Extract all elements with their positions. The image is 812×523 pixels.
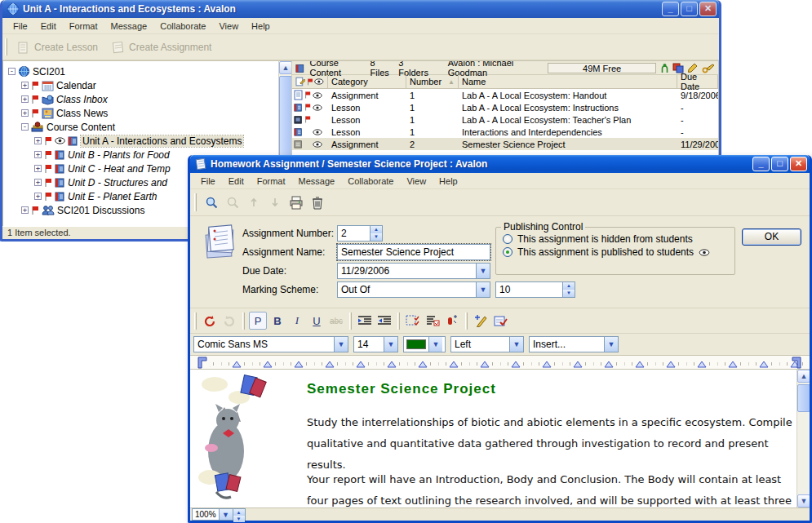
menu-edit[interactable]: Edit xyxy=(223,175,250,188)
chevron-down-icon[interactable]: ▼ xyxy=(509,337,523,352)
chevron-down-icon[interactable]: ▼ xyxy=(604,337,618,352)
tree-item-class-news[interactable]: + Class News xyxy=(5,106,291,120)
indent-icon[interactable] xyxy=(356,312,374,330)
create-assignment-button[interactable]: Create Assignment xyxy=(104,37,218,58)
table-row[interactable]: Lesson 1 Lab A - A Local Ecosystem: Teac… xyxy=(292,113,718,126)
minimize-button[interactable]: _ xyxy=(662,2,679,16)
maximize-button[interactable]: □ xyxy=(681,2,698,16)
table-row[interactable]: Lesson 1 Lab A - A Local Ecosystem: Inst… xyxy=(292,101,718,113)
table-row-selected[interactable]: Assignment 2 Semester Science Project 11… xyxy=(292,138,718,150)
underline-button[interactable]: U xyxy=(308,312,326,330)
scroll-up-icon[interactable]: ▲ xyxy=(279,61,292,74)
column-category[interactable]: Category xyxy=(328,75,406,88)
scroll-thumb[interactable] xyxy=(797,384,810,412)
bold-button[interactable]: B xyxy=(268,312,286,330)
rich-text-editor[interactable]: Semester Science Project Study the inter… xyxy=(190,370,810,507)
close-button[interactable]: ✕ xyxy=(790,157,807,171)
chevron-down-icon[interactable]: ▼ xyxy=(476,264,490,278)
tree-item-unit-a[interactable]: + Unit A - Interactions and Ecosystems xyxy=(5,134,291,148)
edit-column-icon[interactable] xyxy=(295,77,305,86)
font-family-select[interactable]: Comic Sans MS ▼ xyxy=(193,336,348,352)
close-button[interactable]: ✕ xyxy=(699,2,717,16)
expand-icon[interactable]: + xyxy=(34,151,42,158)
ruler[interactable] xyxy=(190,356,810,370)
expand-icon[interactable]: + xyxy=(34,179,42,186)
delete-icon[interactable] xyxy=(308,193,326,211)
assignment-title-bar[interactable]: Homework Assignment / Semester Science P… xyxy=(190,155,810,173)
font-color-select[interactable]: ▼ xyxy=(403,336,446,352)
column-due-date[interactable]: Due Date xyxy=(677,75,718,88)
menu-format[interactable]: Format xyxy=(64,20,104,33)
marking-scheme-select[interactable]: Out Of ▼ xyxy=(337,281,490,298)
menu-help[interactable]: Help xyxy=(433,175,464,188)
toolbar-grip[interactable] xyxy=(5,38,7,56)
expand-icon[interactable]: + xyxy=(34,137,42,144)
menu-file[interactable]: File xyxy=(7,20,33,33)
paragraph-style-button[interactable]: P xyxy=(249,312,267,330)
undo-icon[interactable] xyxy=(201,312,219,330)
search-icon[interactable] xyxy=(202,193,220,211)
collapse-icon[interactable]: - xyxy=(8,68,16,75)
flag-column-icon[interactable] xyxy=(307,78,313,86)
minimize-button[interactable]: _ xyxy=(752,157,770,171)
chevron-down-icon[interactable]: ▼ xyxy=(334,337,348,352)
chevron-down-icon[interactable]: ▼ xyxy=(476,282,490,297)
expand-icon[interactable]: + xyxy=(34,165,42,172)
menu-file[interactable]: File xyxy=(195,175,221,188)
column-number[interactable]: Number▲ xyxy=(406,75,459,88)
assignment-name-input[interactable]: Semester Science Project xyxy=(337,244,490,260)
alignment-select[interactable]: Left ▼ xyxy=(450,336,524,352)
zoom-control[interactable]: 100% ▼ ▲▼ xyxy=(192,508,246,521)
select-items-icon[interactable] xyxy=(404,312,422,330)
insert-select[interactable]: Insert... ▼ xyxy=(529,336,619,352)
chevron-down-icon[interactable]: ▼ xyxy=(219,509,233,520)
table-row[interactable]: Lesson 1 Interactions and Interdependenc… xyxy=(292,126,718,138)
due-date-select[interactable]: 11/29/2006 ▼ xyxy=(337,263,490,279)
marking-value-stepper[interactable]: 10 ▲▼ xyxy=(495,281,575,298)
create-lesson-button[interactable]: Create Lesson xyxy=(10,37,104,58)
font-size-select[interactable]: 14 ▼ xyxy=(353,336,398,352)
toolbar-grip[interactable] xyxy=(194,193,197,211)
editor-scrollbar[interactable]: ▲ ▼ xyxy=(796,370,810,507)
collapse-icon[interactable]: - xyxy=(21,123,29,131)
eye-column-icon[interactable] xyxy=(314,78,324,85)
menu-view[interactable]: View xyxy=(213,20,244,33)
menu-edit[interactable]: Edit xyxy=(35,20,62,33)
chevron-down-icon[interactable]: ▼ xyxy=(384,337,397,352)
tree-item-calendar[interactable]: + Calendar xyxy=(5,78,291,92)
add-annotation-icon[interactable] xyxy=(472,312,490,330)
menu-help[interactable]: Help xyxy=(246,20,276,33)
menu-collaborate[interactable]: Collaborate xyxy=(342,175,399,188)
spellcheck-icon[interactable] xyxy=(491,312,509,330)
stepper-arrows-icon[interactable]: ▲▼ xyxy=(233,509,245,520)
chevron-down-icon[interactable]: ▼ xyxy=(428,337,442,352)
menu-view[interactable]: View xyxy=(401,175,432,188)
toolbar-grip[interactable] xyxy=(194,312,197,330)
expand-icon[interactable]: + xyxy=(34,193,42,200)
expand-icon[interactable]: + xyxy=(21,95,29,103)
print-icon[interactable] xyxy=(287,193,305,211)
menu-message[interactable]: Message xyxy=(293,175,341,188)
scroll-up-icon[interactable]: ▲ xyxy=(797,370,810,383)
menu-format[interactable]: Format xyxy=(251,175,291,188)
table-row[interactable]: Assignment 1 Lab A - A Local Ecosystem: … xyxy=(292,89,718,101)
stepper-arrows-icon[interactable]: ▲▼ xyxy=(562,282,575,297)
footnote-icon[interactable] xyxy=(443,312,461,330)
person-icon[interactable] xyxy=(661,63,668,73)
radio-off-icon[interactable] xyxy=(503,234,512,244)
menu-message[interactable]: Message xyxy=(105,20,153,33)
expand-icon[interactable]: + xyxy=(21,82,29,89)
menu-collaborate[interactable]: Collaborate xyxy=(154,20,211,33)
tree-item-course-content[interactable]: - Course Content xyxy=(5,120,291,134)
radio-on-icon[interactable] xyxy=(503,247,512,257)
column-name[interactable]: Name xyxy=(459,75,677,88)
tree-item-class-inbox[interactable]: + Class Inbox xyxy=(5,92,291,106)
expand-icon[interactable]: + xyxy=(21,109,29,117)
stepper-arrows-icon[interactable]: ▲▼ xyxy=(370,226,382,241)
outdent-icon[interactable] xyxy=(375,312,393,330)
hidden-radio-option[interactable]: This assignment is hidden from students xyxy=(496,233,734,246)
maximize-button[interactable]: □ xyxy=(771,157,788,171)
expand-icon[interactable]: + xyxy=(21,206,29,214)
list-check-icon[interactable] xyxy=(424,312,441,330)
published-radio-option[interactable]: This assignment is published to students xyxy=(496,246,734,259)
